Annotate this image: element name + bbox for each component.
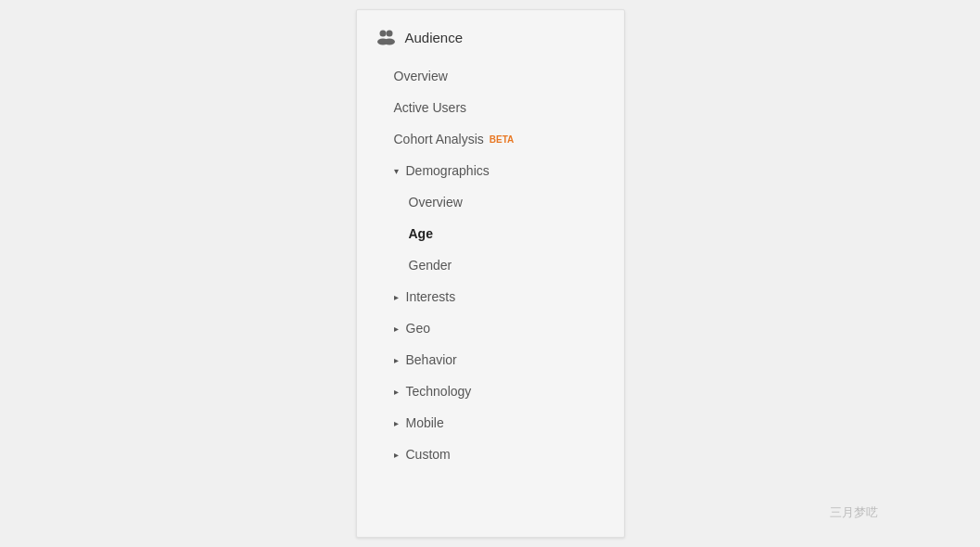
svg-point-1 [386, 31, 392, 37]
demographics-age-label: Age [409, 226, 433, 241]
chevron-right-icon: ▸ [394, 355, 399, 365]
sidebar-item-technology[interactable]: ▸ Technology [357, 375, 624, 407]
sidebar-item-mobile[interactable]: ▸ Mobile [357, 407, 624, 439]
overview-label: Overview [394, 69, 448, 83]
sidebar-item-behavior[interactable]: ▸ Behavior [357, 344, 624, 375]
chevron-right-icon: ▸ [394, 324, 399, 334]
chevron-right-icon: ▸ [394, 450, 399, 460]
behavior-label: Behavior [406, 352, 457, 367]
demographics-overview-label: Overview [409, 195, 463, 210]
mobile-label: Mobile [406, 415, 444, 430]
sidebar-item-interests[interactable]: ▸ Interests [357, 281, 624, 312]
sidebar-item-demographics-age[interactable]: Age [357, 218, 624, 249]
sidebar-item-demographics[interactable]: ▾ Demographics [357, 155, 624, 186]
cohort-analysis-label: Cohort Analysis [394, 132, 484, 146]
chevron-down-icon: ▾ [394, 166, 399, 176]
technology-label: Technology [406, 384, 472, 399]
chevron-right-icon: ▸ [394, 292, 399, 302]
watermark: 三月梦呓 [830, 504, 878, 521]
sidebar: Audience Overview Active Users Cohort An… [356, 9, 625, 538]
demographics-label: Demographics [406, 163, 490, 178]
sidebar-item-cohort-analysis[interactable]: Cohort AnalysisBETA [357, 123, 624, 155]
beta-badge: BETA [490, 134, 514, 145]
audience-icon [375, 27, 396, 47]
svg-point-0 [379, 31, 386, 37]
custom-label: Custom [406, 447, 451, 462]
geo-label: Geo [406, 321, 430, 336]
sidebar-item-overview[interactable]: Overview [357, 60, 624, 92]
chevron-right-icon: ▸ [394, 418, 399, 428]
sidebar-item-active-users[interactable]: Active Users [357, 92, 624, 123]
audience-label: Audience [405, 30, 464, 45]
chevron-right-icon: ▸ [394, 387, 399, 397]
audience-header[interactable]: Audience [357, 10, 624, 60]
sidebar-item-demographics-overview[interactable]: Overview [357, 186, 624, 218]
sidebar-item-geo[interactable]: ▸ Geo [357, 312, 624, 344]
active-users-label: Active Users [394, 100, 467, 115]
sidebar-item-demographics-gender[interactable]: Gender [357, 249, 624, 281]
svg-point-3 [384, 39, 395, 45]
demographics-gender-label: Gender [409, 258, 452, 273]
interests-label: Interests [406, 289, 456, 304]
sidebar-item-custom[interactable]: ▸ Custom [357, 439, 624, 470]
